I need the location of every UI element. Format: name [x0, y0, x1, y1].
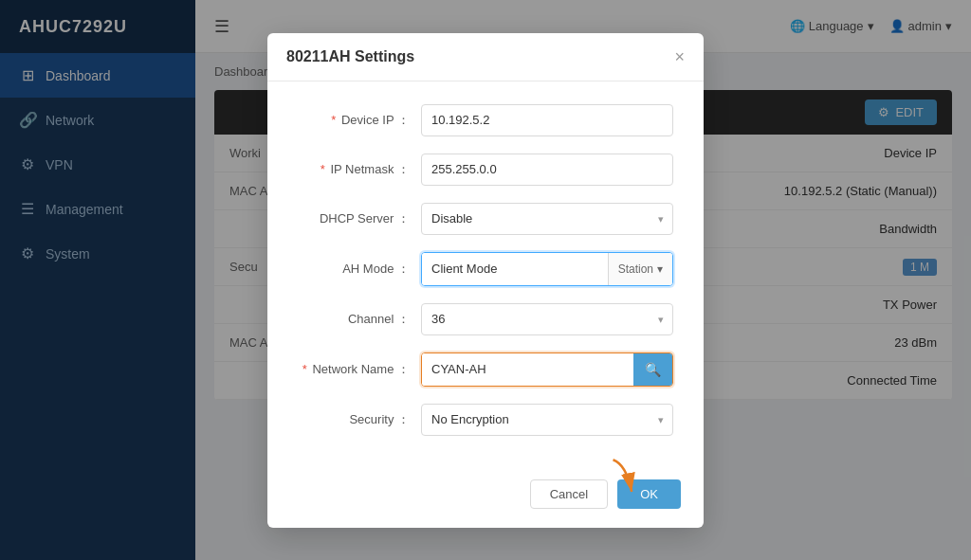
- modal-title: 80211AH Settings: [286, 48, 414, 65]
- ah-mode-wrap: Station ▾: [421, 252, 673, 286]
- modal-body: * Device IP ： * IP Netmask ： DHCP Server…: [267, 81, 704, 468]
- ip-netmask-row: * IP Netmask ：: [298, 154, 673, 186]
- channel-label: Channel ：: [298, 311, 421, 328]
- dhcp-server-select-wrap: Disable Enable ▾: [421, 203, 673, 235]
- channel-row: Channel ： 36 40 44 ▾: [298, 303, 673, 335]
- security-row: Security ： No Encryption WPA2 ▾: [298, 404, 673, 436]
- network-name-input[interactable]: [422, 353, 633, 386]
- station-chevron-icon: ▾: [657, 262, 663, 276]
- security-select[interactable]: No Encryption WPA2: [421, 404, 673, 436]
- channel-select[interactable]: 36 40 44: [421, 303, 673, 335]
- dhcp-server-row: DHCP Server ： Disable Enable ▾: [298, 203, 673, 235]
- channel-select-wrap: 36 40 44 ▾: [421, 303, 673, 335]
- security-label: Security ：: [298, 411, 421, 428]
- search-icon: 🔍: [645, 362, 661, 377]
- ah-mode-label: AH Mode ：: [298, 261, 421, 278]
- ah-mode-row: AH Mode ： Station ▾: [298, 252, 673, 286]
- security-select-wrap: No Encryption WPA2 ▾: [421, 404, 673, 436]
- dhcp-server-label: DHCP Server ：: [298, 210, 421, 227]
- network-name-row: * Network Name ： 🔍: [298, 352, 673, 387]
- device-ip-input[interactable]: [421, 104, 673, 136]
- modal-close-button[interactable]: ×: [674, 48, 685, 65]
- dhcp-server-select[interactable]: Disable Enable: [421, 203, 673, 235]
- device-ip-row: * Device IP ：: [298, 104, 673, 136]
- network-name-label: * Network Name ：: [298, 361, 421, 378]
- modal-footer: Cancel OK: [267, 468, 704, 528]
- network-name-wrap: 🔍: [421, 352, 673, 387]
- ah-mode-input[interactable]: [422, 253, 608, 285]
- modal-overlay: 80211AH Settings × * Device IP ： * IP Ne…: [0, 0, 971, 560]
- ip-netmask-label: * IP Netmask ：: [298, 161, 421, 178]
- network-search-button[interactable]: 🔍: [633, 353, 672, 386]
- ip-netmask-input[interactable]: [421, 154, 673, 186]
- modal-header: 80211AH Settings ×: [267, 33, 704, 81]
- ah-mode-station[interactable]: Station ▾: [608, 253, 672, 285]
- settings-modal: 80211AH Settings × * Device IP ： * IP Ne…: [267, 33, 704, 528]
- device-ip-label: * Device IP ：: [298, 112, 421, 129]
